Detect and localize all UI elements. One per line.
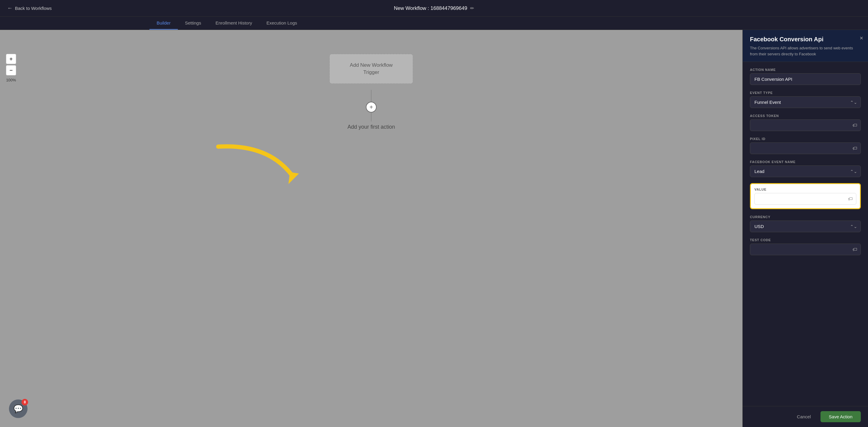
workflow-content: Add New Workflow Trigger + Add your firs… (330, 54, 413, 130)
currency-select-wrap: USD EUR GBP AUD CAD ⌃⌄ (750, 221, 861, 232)
test-code-tag-icon[interactable]: 🏷 (852, 247, 857, 252)
add-action-button[interactable]: + (366, 102, 377, 113)
workflow-trigger-box[interactable]: Add New Workflow Trigger (330, 54, 413, 84)
chat-bubble[interactable]: 💬 8 (9, 399, 28, 418)
panel-close-button[interactable]: × (860, 35, 863, 41)
action-name-label: ACTION NAME (750, 68, 861, 72)
action-name-field: ACTION NAME (750, 68, 861, 85)
workflow-title-text: New Workflow : 1688447969649 (394, 5, 467, 11)
pixel-id-input[interactable] (750, 142, 861, 154)
pixel-id-input-wrap: 🏷 (750, 142, 861, 154)
svg-marker-0 (288, 172, 299, 184)
main-area: + − 100% Add New Workflow Trigger + Add … (0, 30, 868, 427)
access-token-label: ACCESS TOKEN (750, 114, 861, 118)
value-field-highlighted: VALUE 🏷 (750, 183, 861, 209)
access-token-field: ACCESS TOKEN 🏷 (750, 114, 861, 131)
pixel-id-label: PIXEL ID (750, 137, 861, 141)
zoom-level: 100% (6, 78, 16, 82)
workflow-title: New Workflow : 1688447969649 ✏ (394, 5, 474, 11)
test-code-input-wrap: 🏷 (750, 244, 861, 255)
plus-icon: + (369, 104, 373, 111)
event-type-label: EVENT TYPE (750, 91, 861, 94)
edit-title-icon[interactable]: ✏ (470, 5, 474, 11)
workflow-canvas: + − 100% Add New Workflow Trigger + Add … (0, 30, 742, 427)
zoom-out-button[interactable]: − (6, 65, 16, 76)
tab-execution-logs[interactable]: Execution Logs (259, 17, 304, 30)
zoom-controls: + − 100% (6, 54, 16, 82)
currency-select[interactable]: USD EUR GBP AUD CAD (750, 221, 861, 232)
zoom-in-button[interactable]: + (6, 54, 16, 64)
value-input[interactable] (754, 193, 856, 205)
arrow-annotation (209, 138, 299, 198)
first-action-label: Add your first action (347, 124, 395, 130)
pixel-id-tag-icon[interactable]: 🏷 (852, 146, 857, 151)
currency-label: CURRENCY (750, 215, 861, 219)
side-panel: Facebook Conversion Api The Conversions … (742, 30, 868, 427)
panel-title: Facebook Conversion Api (750, 36, 861, 43)
value-tag-icon[interactable]: 🏷 (848, 196, 853, 202)
access-token-input[interactable] (750, 119, 861, 131)
test-code-field: TEST CODE 🏷 (750, 238, 861, 255)
facebook-event-name-label: FACEBOOK EVENT NAME (750, 160, 861, 164)
tab-builder[interactable]: Builder (150, 17, 178, 30)
connector-line-bottom (371, 113, 372, 121)
value-label: VALUE (754, 188, 856, 191)
panel-header: Facebook Conversion Api The Conversions … (743, 30, 868, 62)
top-nav: ← Back to Workflows New Workflow : 16884… (0, 0, 868, 17)
pixel-id-field: PIXEL ID 🏷 (750, 137, 861, 154)
cancel-button[interactable]: Cancel (791, 411, 817, 422)
test-code-input[interactable] (750, 244, 861, 255)
connector-line-top (371, 90, 372, 102)
back-to-workflows-button[interactable]: ← Back to Workflows (7, 5, 52, 11)
trigger-box-text: Add New Workflow Trigger (350, 62, 393, 76)
event-type-select[interactable]: Funnel Event Purchase Lead Custom (750, 96, 861, 108)
facebook-event-name-select-wrap: Lead Purchase ViewContent AddToCart Comp… (750, 166, 861, 177)
add-action-area: + Add your first action (347, 90, 395, 130)
chat-icon: 💬 (13, 404, 23, 414)
tabs-bar: Builder Settings Enrollment History Exec… (0, 17, 868, 30)
currency-field: CURRENCY USD EUR GBP AUD CAD ⌃⌄ (750, 215, 861, 232)
tab-enrollment-history[interactable]: Enrollment History (208, 17, 259, 30)
test-code-label: TEST CODE (750, 238, 861, 242)
event-type-select-wrap: Funnel Event Purchase Lead Custom ⌃⌄ (750, 96, 861, 108)
facebook-event-name-field: FACEBOOK EVENT NAME Lead Purchase ViewCo… (750, 160, 861, 177)
save-action-button[interactable]: Save Action (820, 411, 861, 422)
tab-settings[interactable]: Settings (178, 17, 208, 30)
panel-subtitle: The Conversions API allows advertisers t… (750, 45, 861, 57)
access-token-tag-icon[interactable]: 🏷 (852, 123, 857, 128)
event-type-field: EVENT TYPE Funnel Event Purchase Lead Cu… (750, 91, 861, 108)
action-name-input[interactable] (750, 73, 861, 85)
notification-badge: 8 (22, 399, 28, 405)
access-token-input-wrap: 🏷 (750, 119, 861, 131)
back-label: Back to Workflows (15, 6, 52, 11)
back-arrow-icon: ← (7, 5, 12, 11)
panel-body: ACTION NAME EVENT TYPE Funnel Event Purc… (743, 62, 868, 406)
value-input-wrap: 🏷 (754, 193, 856, 205)
panel-footer: Cancel Save Action (743, 406, 868, 427)
facebook-event-name-select[interactable]: Lead Purchase ViewContent AddToCart Comp… (750, 166, 861, 177)
